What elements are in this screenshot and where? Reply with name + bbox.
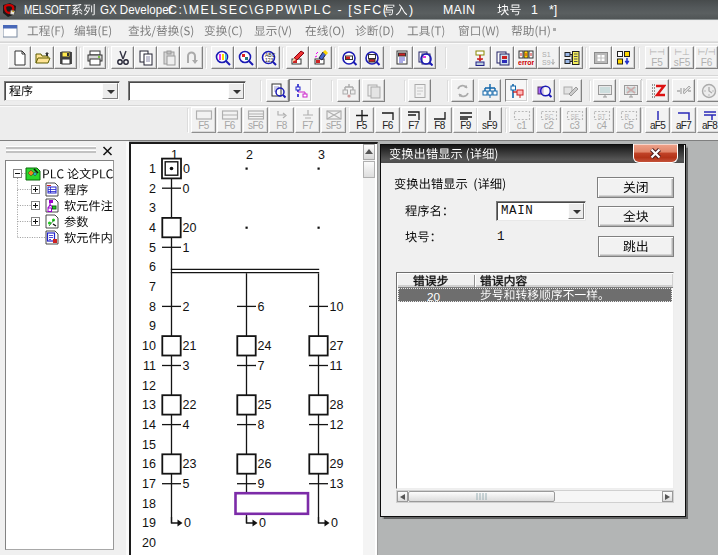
svg-text:ST: ST xyxy=(597,113,605,120)
svg-text:23: 23 xyxy=(183,457,197,471)
svg-text:3: 3 xyxy=(183,359,190,373)
svg-text:25: 25 xyxy=(258,398,272,412)
svg-text:10: 10 xyxy=(142,339,156,353)
svg-text:2: 2 xyxy=(149,182,156,196)
svg-text:8: 8 xyxy=(149,300,156,314)
svg-text:0: 0 xyxy=(184,516,191,530)
svg-text:2: 2 xyxy=(246,148,253,162)
svg-text:19: 19 xyxy=(142,516,156,530)
svg-text:1: 1 xyxy=(149,162,156,176)
svg-text:24: 24 xyxy=(258,339,272,353)
svg-text:13: 13 xyxy=(142,398,156,412)
svg-text:4: 4 xyxy=(183,418,190,432)
svg-text:28: 28 xyxy=(330,398,344,412)
svg-text:SE: SE xyxy=(570,113,579,120)
svg-text:16: 16 xyxy=(142,457,156,471)
svg-text:1: 1 xyxy=(183,241,190,255)
svg-text:20: 20 xyxy=(183,221,197,235)
svg-text:10: 10 xyxy=(330,300,344,314)
svg-text:26: 26 xyxy=(258,457,272,471)
svg-text:12: 12 xyxy=(142,379,156,393)
svg-text:14: 14 xyxy=(142,418,156,432)
svg-text:17: 17 xyxy=(142,477,156,491)
svg-text:0: 0 xyxy=(183,182,190,196)
svg-text:9: 9 xyxy=(149,319,156,333)
svg-text:13: 13 xyxy=(330,477,344,491)
svg-text:8: 8 xyxy=(258,418,265,432)
svg-text:5: 5 xyxy=(183,477,190,491)
svg-text:6: 6 xyxy=(149,260,156,274)
svg-text:0: 0 xyxy=(183,162,190,176)
svg-text:18: 18 xyxy=(142,497,156,511)
svg-text:0: 0 xyxy=(259,516,266,530)
svg-text:0: 0 xyxy=(331,516,338,530)
svg-text:R: R xyxy=(624,113,629,120)
svg-text:3: 3 xyxy=(318,148,325,162)
svg-text:9: 9 xyxy=(258,477,265,491)
svg-text:7: 7 xyxy=(149,280,156,294)
svg-text:6: 6 xyxy=(258,300,265,314)
svg-text:20: 20 xyxy=(142,536,156,550)
svg-text:21: 21 xyxy=(183,339,197,353)
svg-text:SC: SC xyxy=(544,113,553,120)
svg-text:S1: S1 xyxy=(542,51,551,58)
svg-text:error: error xyxy=(518,59,534,66)
svg-text:7: 7 xyxy=(258,359,265,373)
svg-text:123: 123 xyxy=(265,57,274,63)
svg-text:S9: S9 xyxy=(542,59,551,66)
svg-text:11: 11 xyxy=(143,359,156,373)
svg-text:15: 15 xyxy=(142,438,156,452)
svg-text:29: 29 xyxy=(330,457,344,471)
svg-text:11: 11 xyxy=(330,359,343,373)
svg-text:4: 4 xyxy=(149,221,156,235)
svg-text:2: 2 xyxy=(183,300,190,314)
svg-text:3: 3 xyxy=(149,201,156,215)
svg-text:27: 27 xyxy=(330,339,344,353)
svg-text:22: 22 xyxy=(183,398,197,412)
svg-text:5: 5 xyxy=(149,241,156,255)
svg-text:12: 12 xyxy=(330,418,344,432)
